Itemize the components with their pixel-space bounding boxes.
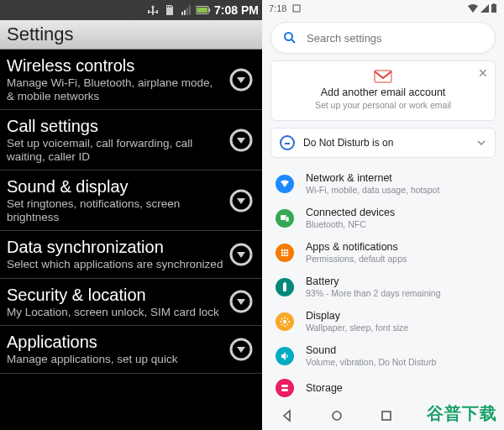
svg-point-26 xyxy=(286,249,289,251)
disclosure-icon xyxy=(228,128,254,153)
settings-row-storage[interactable]: Storage xyxy=(264,373,502,399)
settings-row-apps[interactable]: Apps & notificationsPermissions, default… xyxy=(264,235,502,270)
status-time: 7:08 PM xyxy=(214,3,259,17)
row-subtitle: Select which applications are synchroniz… xyxy=(7,258,223,271)
settings-row-wireless-controls[interactable]: Wireless controls Manage Wi-Fi, Bluetoot… xyxy=(0,50,262,110)
signal-icon xyxy=(179,3,194,17)
status-bar: 7:18 xyxy=(262,0,504,17)
disclosure-icon xyxy=(228,188,254,213)
svg-rect-17 xyxy=(491,4,496,13)
chevron-down-icon xyxy=(476,138,486,148)
settings-row-battery[interactable]: Battery93% - More than 2 days remaining xyxy=(264,270,502,304)
settings-row-display[interactable]: DisplayWallpaper, sleep, font size xyxy=(264,304,502,338)
nav-back-icon[interactable] xyxy=(281,409,294,422)
watermark-text: 谷普下载 xyxy=(427,402,497,425)
card-title: Add another email account xyxy=(281,87,485,98)
svg-point-46 xyxy=(333,412,341,420)
disclosure-icon xyxy=(228,337,254,362)
brightness-icon xyxy=(276,312,294,331)
svg-point-27 xyxy=(281,251,284,254)
row-title: Data synchronization xyxy=(7,238,223,256)
row-subtitle: Set ringtones, notifications, screen bri… xyxy=(7,197,223,223)
gmail-icon xyxy=(374,70,392,83)
battery-icon xyxy=(196,3,211,17)
search-input[interactable] xyxy=(307,32,483,45)
card-subtitle: Set up your personal or work email xyxy=(281,100,485,110)
row-title: Sound xyxy=(306,344,436,356)
battery-icon xyxy=(276,278,294,296)
svg-rect-1 xyxy=(169,6,170,8)
usb-icon xyxy=(145,3,160,17)
settings-list: Network & internetWi-Fi, mobile, data us… xyxy=(262,166,504,430)
disclosure-icon xyxy=(228,67,254,92)
close-icon[interactable]: ✕ xyxy=(478,66,488,80)
dnd-banner[interactable]: Do Not Disturb is on xyxy=(270,128,496,158)
settings-list: Wireless controls Manage Wi-Fi, Bluetoot… xyxy=(0,50,262,430)
nav-recents-icon[interactable] xyxy=(380,409,393,422)
row-title: Sound & display xyxy=(7,177,223,196)
row-title: Call settings xyxy=(7,117,223,135)
svg-rect-2 xyxy=(171,6,171,8)
row-title: Battery xyxy=(306,275,441,287)
svg-line-41 xyxy=(287,323,288,324)
disclosure-icon xyxy=(228,289,254,314)
row-title: Storage xyxy=(306,382,343,394)
row-title: Wireless controls xyxy=(7,56,223,75)
svg-point-24 xyxy=(281,249,284,251)
svg-rect-23 xyxy=(286,217,289,222)
settings-row-connected-devices[interactable]: Connected devicesBluetooth, NFC xyxy=(264,201,502,235)
svg-point-29 xyxy=(286,251,289,254)
settings-row-sound-display[interactable]: Sound & display Set ringtones, notificat… xyxy=(0,170,262,231)
storage-icon xyxy=(276,379,294,397)
row-subtitle: 93% - More than 2 days remaining xyxy=(306,288,441,298)
svg-rect-18 xyxy=(493,3,495,4)
status-bar: 7:08 PM xyxy=(0,0,262,20)
disclosure-icon xyxy=(228,242,254,267)
nav-home-icon[interactable] xyxy=(330,409,344,422)
svg-point-32 xyxy=(286,254,289,256)
svg-rect-21 xyxy=(375,71,391,82)
settings-row-sound[interactable]: SoundVolume, vibration, Do Not Disturb xyxy=(264,338,502,373)
search-icon xyxy=(283,31,297,45)
svg-rect-4 xyxy=(184,10,186,15)
svg-rect-6 xyxy=(189,5,191,15)
row-title: Display xyxy=(306,310,408,322)
notification-icon xyxy=(291,4,301,13)
search-bar[interactable] xyxy=(270,22,496,54)
settings-row-applications[interactable]: Applications Manage applications, set up… xyxy=(0,326,262,374)
devices-icon xyxy=(276,209,294,228)
svg-point-35 xyxy=(283,319,286,322)
suggestion-card-add-email[interactable]: ✕ Add another email account Set up your … xyxy=(270,60,496,121)
android-modern-settings-pane: 7:18 ✕ Add another email accou xyxy=(262,0,504,430)
battery-icon xyxy=(490,3,497,13)
apps-icon xyxy=(276,244,294,262)
svg-rect-34 xyxy=(284,282,286,283)
banner-title: Do Not Disturb is on xyxy=(303,137,476,149)
settings-row-security-location[interactable]: Security & location My Location, screen … xyxy=(0,279,262,327)
svg-rect-0 xyxy=(167,6,168,8)
row-title: Security & location xyxy=(7,286,223,304)
svg-line-40 xyxy=(281,318,282,319)
sdcard-icon xyxy=(162,3,177,17)
svg-rect-5 xyxy=(186,8,188,15)
wifi-icon xyxy=(466,3,479,13)
svg-rect-47 xyxy=(382,412,391,420)
svg-rect-16 xyxy=(293,5,300,12)
row-subtitle: Set up voicemail, call forwarding, call … xyxy=(7,137,223,163)
row-subtitle: Wi-Fi, mobile, data usage, hotspot xyxy=(306,185,439,195)
row-subtitle: My Location, screen unlock, SIM card loc… xyxy=(7,306,223,319)
svg-point-31 xyxy=(284,254,286,256)
row-subtitle: Manage Wi-Fi, Bluetooth, airplane mode, … xyxy=(7,76,223,102)
settings-row-network[interactable]: Network & internetWi-Fi, mobile, data us… xyxy=(264,166,502,201)
svg-rect-33 xyxy=(283,283,286,291)
row-title: Apps & notifications xyxy=(306,241,407,253)
svg-rect-8 xyxy=(208,8,210,12)
row-title: Connected devices xyxy=(306,207,395,218)
svg-line-42 xyxy=(281,323,282,324)
svg-rect-9 xyxy=(197,8,207,13)
settings-row-call-settings[interactable]: Call settings Set up voicemail, call for… xyxy=(0,110,262,170)
svg-rect-44 xyxy=(281,385,288,387)
settings-row-data-sync[interactable]: Data synchronization Select which applic… xyxy=(0,231,262,279)
svg-rect-45 xyxy=(281,389,288,391)
signal-icon xyxy=(479,3,490,13)
